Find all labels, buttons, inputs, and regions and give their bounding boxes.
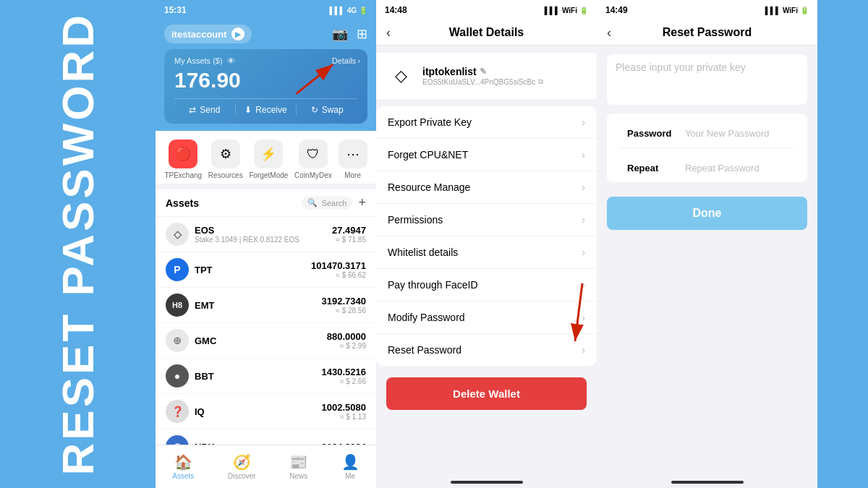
- status-icons-3: ▌▌▌ WiFi 🔋: [765, 7, 809, 14]
- phone-wallet: 15:31 ▌▌▌ 4G 🔋 itestaccount ▶ 📷 ⊞: [156, 0, 376, 488]
- wallet-info-card: ◇ itptokenlist ✎ EOS5tKuUaSLV...4PnQBG5s…: [376, 53, 597, 99]
- quick-actions: 🔴 TPExchang ⚙ Resources ⚡ ForgetMode 🛡 C…: [156, 131, 376, 184]
- wallet-logo: ◇: [386, 61, 415, 90]
- wallet-header: itestaccount ▶ 📷 ⊞ Details › My Assets (…: [156, 20, 376, 131]
- back-button-2[interactable]: ‹: [386, 25, 391, 40]
- new-password-input[interactable]: Your New Password: [685, 128, 787, 139]
- status-icons-2: ▌▌▌ WiFi 🔋: [545, 7, 588, 14]
- bbt-amount: 1430.5216 ≈ $ 2.66: [322, 367, 366, 385]
- wallet-address: EOS5tKuUaSLV...4PnQBG5siScBc ⧉: [422, 77, 543, 86]
- back-button-3[interactable]: ‹: [607, 25, 611, 40]
- discover-nav-icon: 🧭: [233, 453, 251, 471]
- assets-amount: 176.90: [174, 68, 357, 93]
- asset-row-tpt[interactable]: P TPT 101470.3171 ≈ $ 66.62: [156, 252, 376, 288]
- menu-modify-password[interactable]: Modify Password ›: [376, 301, 597, 334]
- menu-permissions[interactable]: Permissions ›: [376, 204, 597, 236]
- gmc-info: GMC: [195, 335, 327, 346]
- bbt-icon: ●: [166, 364, 189, 388]
- eos-amount: 27.4947 ≈ $ 71.85: [332, 225, 366, 244]
- me-nav-icon: 👤: [341, 453, 359, 471]
- tpexchang-icon: 🔴: [169, 140, 197, 168]
- menu-reset-password[interactable]: Reset Password ›: [376, 334, 597, 366]
- menu-faceid[interactable]: Pay through FaceID ›: [376, 269, 597, 301]
- coinmydex-icon: 🛡: [299, 140, 328, 168]
- qa-resources[interactable]: ⚙ Resources: [208, 140, 243, 179]
- forgetmode-icon: ⚡: [254, 140, 283, 168]
- repeat-password-input[interactable]: Repeat Password: [685, 163, 787, 174]
- emt-icon: H8: [166, 294, 189, 317]
- asset-row-bbt[interactable]: ● BBT 1430.5216 ≈ $ 2.66: [156, 359, 376, 394]
- chevron-icon: ›: [582, 149, 585, 160]
- resources-icon: ⚙: [211, 140, 240, 168]
- iq-amount: 1002.5080 ≈ $ 1.13: [322, 402, 366, 421]
- scan-icon[interactable]: ⊞: [357, 26, 367, 42]
- nav-me[interactable]: 👤 Me: [341, 453, 359, 480]
- eos-icon: ◇: [166, 223, 189, 246]
- page-title-3: Reset Password: [663, 26, 752, 39]
- menu-resource-manage[interactable]: Resource Manage ›: [376, 171, 597, 204]
- phone-wallet-details: 14:48 ▌▌▌ WiFi 🔋 ‹ Wallet Details ◇ itpt…: [376, 0, 597, 488]
- status-bar-3: 14:49 ▌▌▌ WiFi 🔋: [597, 0, 817, 20]
- status-bar-1: 15:31 ▌▌▌ 4G 🔋: [156, 0, 376, 20]
- delete-wallet-button[interactable]: Delete Wallet: [386, 377, 587, 410]
- nav-discover[interactable]: 🧭 Discover: [228, 453, 256, 480]
- swap-button[interactable]: ↻Swap: [297, 105, 357, 115]
- chevron-icon: ›: [582, 116, 585, 128]
- copy-icon[interactable]: ⧉: [538, 77, 543, 86]
- qa-coinmydex[interactable]: 🛡 CoinMyDex: [294, 140, 332, 179]
- nav-assets[interactable]: 🏠 Assets: [172, 453, 194, 480]
- wallet-details-header: ‹ Wallet Details: [376, 20, 597, 46]
- eos-info: EOS Stake 3.1049 | REX 0.8122 EOS: [195, 225, 332, 244]
- assets-nav-icon: 🏠: [174, 453, 192, 471]
- repeat-password-field-row: Repeat Repeat Password: [617, 154, 797, 182]
- news-nav-icon: 📰: [289, 453, 307, 471]
- send-button[interactable]: ⇄Send: [174, 105, 236, 115]
- menu-forget-cpu[interactable]: Forget CPU&NET ›: [376, 139, 597, 171]
- tpt-icon: P: [166, 258, 189, 281]
- wallet-menu: Export Private Key › Forget CPU&NET › Re…: [376, 106, 597, 366]
- more-icon: ⋯: [339, 140, 367, 168]
- done-button[interactable]: Done: [607, 197, 807, 230]
- qa-forgetmode[interactable]: ⚡ ForgetMode: [249, 140, 288, 179]
- menu-whitelist[interactable]: Whitelist details ›: [376, 236, 597, 269]
- status-icons-1: ▌▌▌ 4G 🔋: [329, 7, 367, 14]
- private-key-input[interactable]: Please input your private key: [607, 54, 807, 105]
- search-icon: 🔍: [307, 198, 318, 207]
- bbt-info: BBT: [195, 371, 322, 382]
- asset-row-gmc[interactable]: ⊕ GMC 880.0000 ≈ $ 2.99: [156, 323, 376, 359]
- add-asset-button[interactable]: +: [358, 195, 366, 210]
- qa-more[interactable]: ⋯ More: [339, 140, 367, 179]
- chevron-icon: ›: [582, 279, 585, 291]
- tpt-amount: 101470.3171 ≈ $ 66.62: [311, 260, 366, 279]
- gmc-amount: 880.0000 ≈ $ 2.99: [327, 331, 366, 350]
- assets-list-header: Assets 🔍 Search +: [156, 189, 376, 217]
- receive-button[interactable]: ⬇Receive: [236, 105, 297, 115]
- iq-icon: ❓: [166, 400, 189, 423]
- chevron-icon: ›: [582, 214, 585, 226]
- action-row: ⇄Send ⬇Receive ↻Swap: [174, 98, 357, 115]
- reset-password-header: ‹ Reset Password: [597, 20, 817, 46]
- asset-row-eos[interactable]: ◇ EOS Stake 3.1049 | REX 0.8122 EOS 27.4…: [156, 217, 376, 252]
- password-fields: Password Your New Password Repeat Repeat…: [607, 114, 807, 182]
- password-field-row: Password Your New Password: [617, 119, 797, 148]
- home-indicator-3: [671, 481, 744, 484]
- eye-icon[interactable]: 👁: [227, 56, 235, 65]
- asset-row-iq[interactable]: ❓ IQ 1002.5080 ≈ $ 1.13: [156, 394, 376, 429]
- bottom-nav: 🏠 Assets 🧭 Discover 📰 News 👤 Me: [156, 445, 376, 488]
- nav-news[interactable]: 📰 News: [289, 453, 307, 480]
- phone-reset-password: 14:49 ▌▌▌ WiFi 🔋 ‹ Reset Password Please…: [597, 0, 817, 488]
- gmc-icon: ⊕: [166, 329, 189, 352]
- assets-card: Details › My Assets ($) 👁 176.90: [164, 49, 367, 124]
- chevron-icon: ›: [582, 312, 585, 323]
- asset-row-emt[interactable]: H8 EMT 3192.7340 ≈ $ 28.56: [156, 288, 376, 323]
- search-bar[interactable]: 🔍 Search: [302, 196, 353, 210]
- iq-info: IQ: [195, 406, 322, 417]
- page-title-2: Wallet Details: [449, 26, 524, 39]
- menu-export-key[interactable]: Export Private Key ›: [376, 106, 597, 139]
- private-key-placeholder: Please input your private key: [616, 61, 746, 73]
- assets-section: Assets 🔍 Search + ◇ EOS Stake 3.1049 | R…: [156, 189, 376, 465]
- chevron-icon: ›: [582, 344, 585, 356]
- qa-tpexchang[interactable]: 🔴 TPExchang: [164, 140, 202, 179]
- camera-icon[interactable]: 📷: [332, 26, 348, 42]
- account-button[interactable]: itestaccount ▶: [164, 25, 252, 43]
